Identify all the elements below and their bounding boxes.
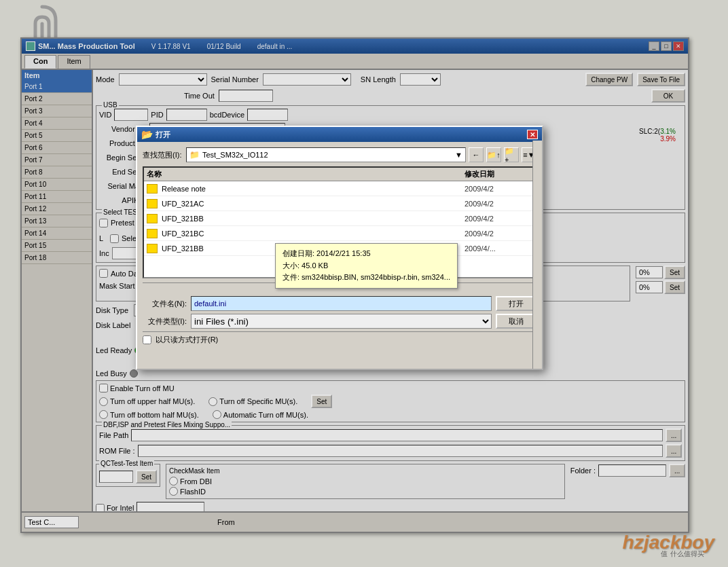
dialog-cancel-btn[interactable]: 取消 bbox=[496, 314, 536, 329]
file-item-date: 2009/4/2 bbox=[465, 185, 532, 193]
folder-icon bbox=[147, 229, 158, 238]
file-item-name: UFD_321BB bbox=[162, 215, 465, 223]
dialog-new-folder-btn[interactable]: 📁+ bbox=[504, 147, 519, 162]
dialog-back-btn[interactable]: ← bbox=[469, 147, 484, 162]
file-item[interactable]: UFD_321BB 2009/4/2 bbox=[144, 211, 535, 226]
dialog-toolbar: 查找范围(I): 📁 Test_SM32x_IO112 ▼ ← 📁↑ 📁+ ≡▼ bbox=[143, 147, 536, 162]
file-col-date: 修改日期 bbox=[465, 169, 532, 179]
file-item-date: 2009/4/2 bbox=[465, 200, 532, 208]
tooltip-created: 创建日期: 2014/2/21 15:35 bbox=[283, 248, 450, 260]
dialog-close-button[interactable]: ✕ bbox=[527, 130, 538, 139]
file-item[interactable]: UFD_321BC 2009/4/2 bbox=[144, 226, 535, 241]
folder-icon bbox=[147, 244, 158, 253]
filetype-row: 文件类型(I): ini Files (*.ini) 取消 bbox=[143, 314, 536, 329]
file-tooltip: 创建日期: 2014/2/21 15:35 大小: 45.0 KB 文件: sm… bbox=[275, 243, 458, 289]
tooltip-size: 大小: 45.0 KB bbox=[283, 260, 450, 272]
dialog-bottom: 文件名(N): 打开 文件类型(I): ini Files (*.ini) 取消… bbox=[143, 296, 536, 348]
file-item-date: 2009/4/2 bbox=[465, 215, 532, 223]
file-list-header: 名称 修改日期 bbox=[144, 168, 535, 181]
file-item-name: UFD_321BC bbox=[162, 230, 465, 238]
watermark-text: hzjackboy bbox=[623, 532, 714, 553]
dialog-overlay: 📂 打开 ✕ 查找范围(I): 📁 Test_SM32x_IO112 ▼ ← 📁… bbox=[0, 0, 728, 567]
filename-row: 文件名(N): 打开 bbox=[143, 296, 536, 311]
file-item[interactable]: UFD_321AC 2009/4/2 bbox=[144, 196, 535, 211]
filetype-label: 文件类型(I): bbox=[143, 316, 187, 327]
tooltip-files: 文件: sm324bbisp.BIN, sm324bbisp-r.bin, sm… bbox=[283, 272, 450, 284]
file-item-name: Release note bbox=[162, 185, 465, 193]
file-item-date: 2009/4/2 bbox=[465, 230, 532, 238]
filename-input[interactable] bbox=[191, 296, 492, 311]
file-item[interactable]: Release note 2009/4/2 bbox=[144, 181, 535, 196]
dialog-look-label: 查找范围(I): bbox=[143, 150, 183, 160]
file-col-name: 名称 bbox=[147, 169, 465, 179]
file-item-name: UFD_321AC bbox=[162, 200, 465, 208]
file-item-date: 2009/4/... bbox=[465, 244, 532, 253]
dialog-title-bar: 📂 打开 ✕ bbox=[137, 127, 542, 142]
folder-icon bbox=[147, 214, 158, 223]
dialog-up-btn[interactable]: 📁↑ bbox=[486, 147, 501, 162]
filename-label: 文件名(N): bbox=[143, 299, 187, 309]
folder-icon bbox=[147, 184, 158, 194]
dialog-path-text: Test_SM32x_IO112 bbox=[202, 151, 268, 159]
filetype-select[interactable]: ini Files (*.ini) bbox=[191, 314, 492, 329]
readonly-checkbox[interactable] bbox=[143, 335, 151, 344]
dialog-open-btn[interactable]: 打开 bbox=[496, 296, 536, 311]
folder-icon bbox=[147, 199, 158, 208]
readonly-label: 以只读方式打开(R) bbox=[156, 335, 218, 345]
dialog-title: 打开 bbox=[156, 130, 170, 140]
readonly-row: 以只读方式打开(R) bbox=[143, 331, 536, 348]
dialog-path-combo[interactable]: 📁 Test_SM32x_IO112 ▼ bbox=[186, 147, 466, 162]
list-scrollbar[interactable] bbox=[532, 166, 536, 278]
